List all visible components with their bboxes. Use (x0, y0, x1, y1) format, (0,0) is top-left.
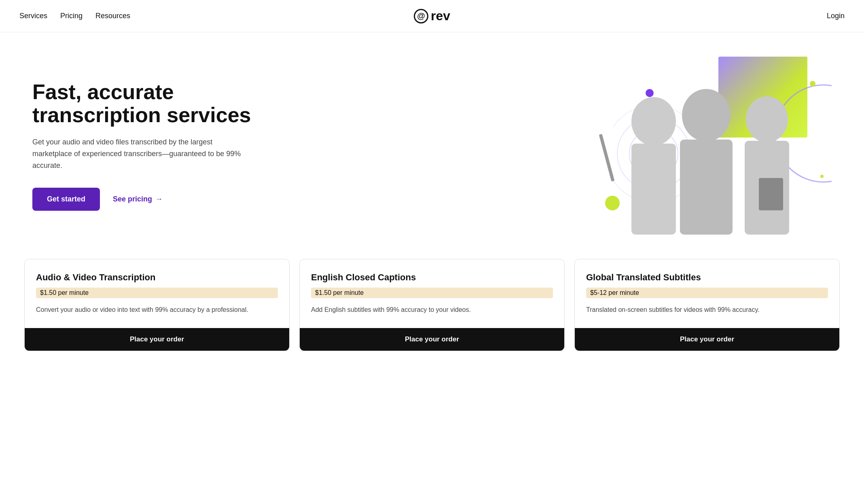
navigation: Services Pricing Resources @ rev Login (0, 0, 864, 32)
login-button[interactable]: Login (827, 12, 845, 20)
see-pricing-label: See pricing (113, 195, 152, 203)
nav-left: Services Pricing Resources (19, 12, 130, 20)
people-illustration (581, 77, 832, 235)
hero-title: Fast, accurate transcription services (32, 80, 267, 127)
svg-rect-11 (759, 178, 783, 210)
service-title-subtitles: Global Translated Subtitles (586, 272, 828, 283)
service-card-captions: English Closed Captions $1.50 per minute… (299, 259, 565, 351)
logo[interactable]: @ rev (414, 8, 450, 23)
service-card-audio-video: Audio & Video Transcription $1.50 per mi… (24, 259, 290, 351)
nav-services[interactable]: Services (19, 12, 47, 20)
get-started-button[interactable]: Get started (32, 188, 100, 211)
service-title-audio-video: Audio & Video Transcription (36, 272, 278, 283)
service-price-audio-video: $1.50 per minute (36, 288, 278, 298)
see-pricing-button[interactable]: See pricing → (113, 195, 163, 203)
svg-point-9 (746, 96, 788, 142)
service-price-captions: $1.50 per minute (311, 288, 553, 298)
svg-point-7 (682, 89, 731, 142)
svg-rect-8 (680, 140, 733, 235)
svg-point-4 (631, 97, 676, 146)
services-section: Audio & Video Transcription $1.50 per mi… (0, 259, 864, 375)
svg-rect-6 (599, 134, 615, 182)
nav-resources[interactable]: Resources (95, 12, 130, 20)
dot-green-large (605, 196, 620, 210)
dot-purple (646, 89, 654, 97)
logo-text: rev (431, 8, 450, 23)
logo-at-icon: @ (414, 9, 428, 23)
hero-illustration (581, 57, 832, 235)
service-price-subtitles: $5-12 per minute (586, 288, 828, 298)
hero-section: Fast, accurate transcription services Ge… (0, 32, 864, 259)
service-desc-captions: Add English subtitles with 99% accuracy … (311, 305, 553, 315)
hero-subtitle: Get your audio and video files transcrib… (32, 136, 243, 171)
order-button-audio-video[interactable]: Place your order (25, 328, 289, 351)
dot-green-tiny (820, 175, 824, 178)
service-desc-subtitles: Translated on-screen subtitles for video… (586, 305, 828, 315)
dot-green-small (810, 81, 815, 87)
service-title-captions: English Closed Captions (311, 272, 553, 283)
hero-cta-group: Get started See pricing → (32, 188, 267, 211)
order-button-captions[interactable]: Place your order (300, 328, 564, 351)
nav-pricing[interactable]: Pricing (60, 12, 83, 20)
service-card-subtitles: Global Translated Subtitles $5-12 per mi… (574, 259, 840, 351)
svg-rect-5 (631, 144, 676, 235)
hero-content: Fast, accurate transcription services Ge… (32, 80, 267, 211)
arrow-icon: → (155, 195, 163, 203)
service-desc-audio-video: Convert your audio or video into text wi… (36, 305, 278, 315)
order-button-subtitles[interactable]: Place your order (575, 328, 839, 351)
